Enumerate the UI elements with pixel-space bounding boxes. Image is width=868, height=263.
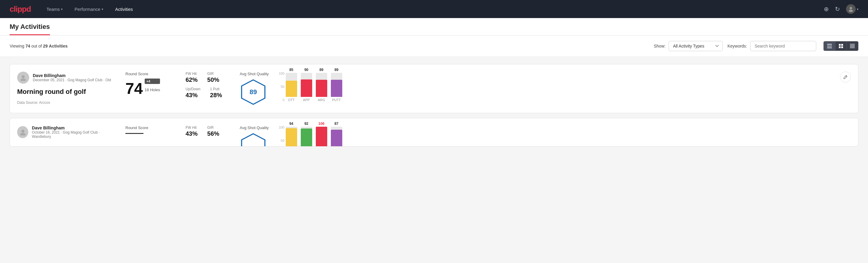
- user-name: Dave Billingham: [33, 73, 111, 78]
- svg-rect-7: [839, 46, 841, 48]
- updown-value: 43%: [186, 92, 200, 99]
- bar-outer-ott: [286, 127, 297, 147]
- chart-column-putt: 87 PUTT: [331, 122, 342, 147]
- updown-stat: Up/Down 43%: [186, 87, 200, 99]
- user-info: Dave Billingham October 16, 2021 · Gog M…: [17, 125, 114, 139]
- svg-rect-8: [841, 46, 843, 48]
- refresh-icon[interactable]: ↻: [835, 5, 840, 12]
- user-name: Dave Billingham: [32, 125, 114, 130]
- chart-y-axis: 100 50 0: [276, 125, 284, 147]
- grid-view-button[interactable]: [836, 41, 847, 51]
- bar-inner-arg: [316, 127, 327, 147]
- quality-section: Avg Shot Quality 89 100 50 0: [240, 71, 828, 106]
- quality-left: Avg Shot Quality 89: [240, 71, 269, 106]
- fw-hit-stat: FW Hit 43%: [186, 125, 197, 137]
- bar-columns: 85 OTT 90 APP: [286, 71, 342, 102]
- chart-column-putt: 89 PUTT: [331, 68, 342, 102]
- svg-rect-10: [850, 45, 855, 46]
- user-menu[interactable]: ▾: [846, 4, 858, 14]
- pencil-icon: [843, 75, 847, 79]
- svg-line-16: [846, 76, 847, 77]
- fw-hit-value: 43%: [186, 130, 197, 137]
- chart-wrapper: 100 50 0 85 OTT: [276, 71, 828, 102]
- bar-inner-arg: [316, 80, 327, 97]
- svg-rect-6: [841, 44, 843, 46]
- nav-activities[interactable]: Activities: [114, 7, 134, 12]
- compact-view-button[interactable]: [847, 41, 858, 51]
- chart-column-ott: 94 OTT: [286, 122, 297, 147]
- quality-left: Avg Shot Quality: [240, 125, 269, 147]
- list-view-button[interactable]: [824, 41, 836, 51]
- score-holes: 18 Holes: [145, 88, 160, 92]
- user-date: October 16, 2021 · Gog Magog Golf Club ·…: [32, 130, 114, 139]
- bar-value-arg: 89: [319, 68, 323, 72]
- viewing-count: Viewing 74 out of 29 Activities: [10, 43, 649, 49]
- bar-label-putt: PUTT: [332, 98, 341, 102]
- bar-inner-ott: [286, 128, 297, 147]
- svg-rect-2: [827, 44, 832, 45]
- bar-label-app: APP: [303, 98, 310, 102]
- gir-stat: GIR 50%: [207, 71, 219, 83]
- gir-stat: GIR 56%: [207, 125, 219, 137]
- chart-y-axis: 100 50 0: [276, 71, 284, 102]
- chevron-down-icon: ▾: [102, 7, 103, 11]
- gir-value: 56%: [207, 130, 219, 137]
- stats-row-1: FW Hit 43% GIR 56%: [186, 125, 228, 137]
- card-left: Dave Billingham October 16, 2021 · Gog M…: [17, 125, 114, 143]
- user-details: Dave Billingham October 16, 2021 · Gog M…: [32, 125, 114, 139]
- svg-point-14: [21, 79, 26, 81]
- bar-inner-putt: [331, 80, 342, 97]
- avg-shot-label: Avg Shot Quality: [240, 71, 269, 76]
- one-putt-label: 1 Putt: [210, 87, 222, 91]
- nav-performance[interactable]: Performance ▾: [73, 7, 104, 12]
- filter-bar: Viewing 74 out of 29 Activities Show: Al…: [0, 35, 868, 57]
- bar-outer-app: [301, 127, 312, 147]
- bar-outer-app: [301, 73, 312, 97]
- bar-inner-putt: [331, 130, 342, 147]
- bar-value-ott: 94: [289, 122, 293, 126]
- hexagon-container: [240, 133, 267, 147]
- navbar: clippd Teams ▾ Performance ▾ Activities …: [0, 0, 868, 18]
- chart-wrapper: 100 50 0 94 OTT 92: [276, 125, 851, 147]
- show-filter: Show: All Activity Types: [654, 41, 723, 51]
- bar-value-app: 92: [304, 122, 308, 126]
- avatar: [846, 4, 856, 14]
- user-date: December 05, 2021 · Gog Magog Golf Club …: [33, 78, 111, 82]
- user-info: Dave Billingham December 05, 2021 · Gog …: [17, 71, 114, 84]
- bar-outer-putt: [331, 127, 342, 147]
- bar-value-ott: 85: [289, 68, 293, 72]
- chart-column-ott: 85 OTT: [286, 68, 297, 102]
- user-chevron-icon: ▾: [857, 7, 858, 11]
- quality-chart: 100 50 0 94 OTT 92: [276, 125, 851, 147]
- nav-right: ⊕ ↻ ▾: [824, 4, 858, 14]
- data-source: Data Source: Arccos: [17, 100, 114, 105]
- brand-logo[interactable]: clippd: [10, 4, 31, 14]
- svg-rect-3: [827, 46, 832, 46]
- hexagon-icon: [240, 133, 267, 147]
- gir-value: 50%: [207, 77, 219, 83]
- chart-column-arg: 89 ARG: [316, 68, 327, 102]
- bar-value-putt: 89: [335, 68, 338, 72]
- bar-outer-ott: [286, 73, 297, 97]
- bar-value-arg: 106: [318, 122, 324, 126]
- edit-button[interactable]: [840, 71, 851, 83]
- score-badge: +4: [145, 79, 160, 84]
- activity-type-select[interactable]: All Activity Types: [669, 41, 723, 51]
- stats-row-1: FW Hit 62% GIR 50%: [186, 71, 228, 83]
- nav-teams[interactable]: Teams ▾: [45, 7, 64, 12]
- add-icon[interactable]: ⊕: [824, 5, 829, 12]
- keywords-label: Keywords:: [727, 43, 747, 49]
- gir-label: GIR: [207, 71, 219, 76]
- bar-columns: 94 OTT 92 APP: [286, 125, 342, 147]
- one-putt-value: 28%: [210, 92, 222, 99]
- fw-hit-stat: FW Hit 62%: [186, 71, 197, 83]
- bar-label-ott: OTT: [288, 98, 295, 102]
- one-putt-stat: 1 Putt 28%: [210, 87, 222, 99]
- quality-score: 89: [250, 88, 257, 96]
- bar-inner-app: [301, 128, 312, 147]
- search-input[interactable]: [750, 41, 816, 51]
- score-section: Round Score: [125, 125, 174, 134]
- chevron-down-icon: ▾: [61, 7, 63, 11]
- bar-inner-ott: [286, 81, 297, 97]
- avatar: [17, 71, 29, 84]
